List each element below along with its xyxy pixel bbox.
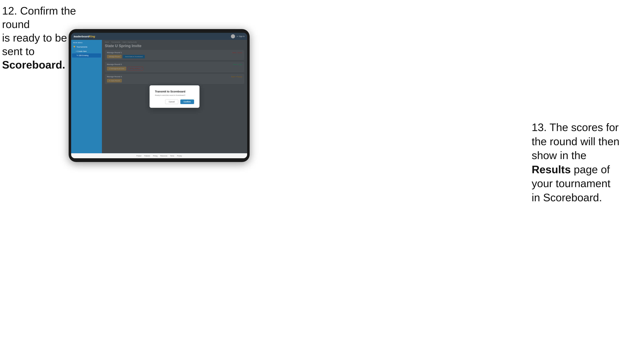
sidebar: MAIN MENU 🏆 Tournaments + Create New ✎ E… — [71, 40, 102, 153]
sign-in-text[interactable]: ↩ Sign in — [237, 35, 244, 37]
footer-terms[interactable]: Terms — [170, 155, 174, 157]
edit-existing-label: ✎ Edit Existing — [76, 54, 88, 56]
cancel-button[interactable]: Cancel — [165, 99, 178, 104]
sidebar-tournaments-label: Tournaments — [76, 46, 87, 48]
page-content: Home › Tournaments › State U Spring Invi… — [102, 40, 247, 153]
footer-features[interactable]: Features — [144, 155, 150, 157]
modal-overlay: Transmit to Scoreboard Ready to send thi… — [102, 40, 247, 153]
modal-title: Transmit to Scoreboard — [155, 90, 194, 93]
annotation-right: 13. The scores for the round will then s… — [532, 121, 640, 205]
confirm-button[interactable]: Confirm — [180, 99, 194, 104]
sidebar-item-edit-existing[interactable]: ✎ Edit Existing — [72, 53, 101, 57]
modal-subtitle: Ready to send this round to Scoreboard? — [155, 94, 194, 96]
modal-buttons: Cancel Confirm — [155, 99, 194, 104]
main-area: MAIN MENU 🏆 Tournaments + Create New ✎ E… — [71, 40, 247, 153]
logo: leaderboardKing — [74, 35, 95, 38]
footer-product[interactable]: Product — [136, 155, 142, 157]
transmit-modal: Transmit to Scoreboard Ready to send thi… — [150, 85, 200, 108]
user-icon — [231, 34, 235, 38]
create-new-label: + Create New — [76, 50, 86, 52]
top-nav-right: ↩ Sign in — [231, 34, 244, 38]
sidebar-item-tournaments[interactable]: 🏆 Tournaments — [71, 45, 102, 49]
trophy-icon: 🏆 — [73, 46, 76, 48]
sidebar-item-create-new[interactable]: + Create New — [71, 49, 102, 53]
footer-pricing[interactable]: Pricing — [153, 155, 157, 157]
footer: Product Features Pricing Resources Terms… — [71, 153, 247, 158]
footer-resources[interactable]: Resources — [160, 155, 167, 157]
top-nav: leaderboardKing ↩ Sign in — [71, 33, 247, 40]
tablet-shell: leaderboardKing ↩ Sign in MAIN MENU 🏆 To… — [69, 29, 250, 162]
footer-privacy[interactable]: Privacy — [177, 155, 182, 157]
main-menu-label: MAIN MENU — [71, 42, 102, 45]
tablet-screen: leaderboardKing ↩ Sign in MAIN MENU 🏆 To… — [71, 33, 247, 158]
